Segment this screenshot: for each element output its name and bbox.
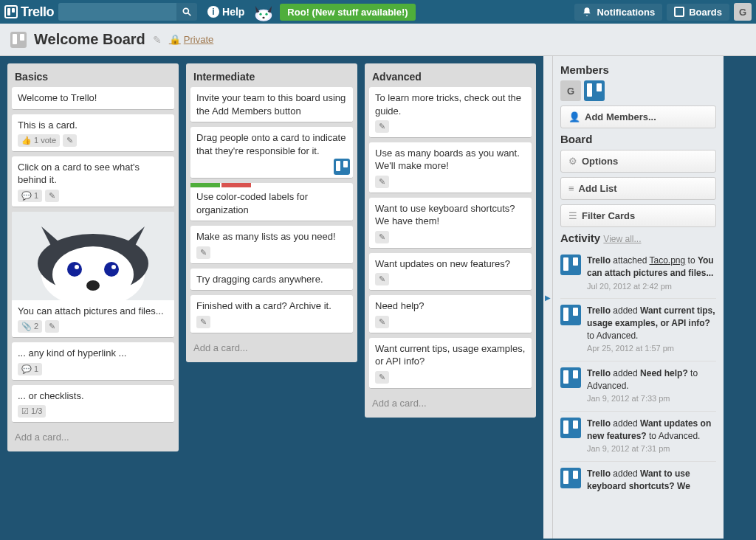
card[interactable]: Use as many boards as you want. We'll ma…: [369, 142, 532, 193]
card-badges: ✎: [375, 371, 526, 384]
card-member-icon[interactable]: [334, 159, 350, 175]
edit-icon[interactable]: ✎: [375, 316, 389, 328]
sidebar-toggle[interactable]: ▶: [543, 56, 552, 539]
card[interactable]: Need help?✎: [369, 295, 532, 333]
list-title[interactable]: Advanced: [369, 68, 532, 87]
card[interactable]: Welcome to Trello!: [12, 87, 174, 110]
comment-badge: 💬 1: [18, 363, 42, 375]
search-input[interactable]: [58, 3, 176, 21]
search-button[interactable]: [176, 3, 197, 21]
card-badges: ✎: [196, 316, 347, 328]
board-icon: [10, 32, 27, 48]
activity-item: Trello attached Taco.png to You can atta…: [560, 249, 716, 298]
edit-icon[interactable]: ✎: [375, 176, 389, 188]
roo-banner[interactable]: Roo! (New stuff available!): [280, 4, 415, 21]
card[interactable]: Click on a card to see what's behind it.…: [12, 156, 174, 207]
notifications-button[interactable]: Notifications: [574, 4, 662, 21]
list-icon: ≡: [568, 183, 574, 194]
list-title[interactable]: Basics: [12, 68, 174, 87]
card-text: Need help?: [375, 300, 526, 313]
help-label: Help: [222, 6, 244, 18]
card[interactable]: This is a card.👍 1 vote✎: [12, 114, 174, 152]
card-badges: ✎: [375, 273, 526, 285]
card-text: ... or checklists.: [18, 390, 168, 403]
card[interactable]: Want current tips, usage examples, or AP…: [369, 338, 532, 389]
card[interactable]: ... any kind of hyperlink ...💬 1: [12, 342, 174, 380]
card-text: This is a card.: [18, 119, 168, 132]
visibility-label: Private: [184, 34, 213, 45]
boards-label: Boards: [689, 7, 722, 18]
card-text: Use as many boards as you want. We'll ma…: [375, 147, 526, 173]
edit-icon[interactable]: ✎: [375, 371, 389, 384]
card[interactable]: Want to use keyboard shortcuts? We have …: [369, 198, 532, 249]
card[interactable]: Invite your team to this board using the…: [190, 87, 353, 122]
svg-point-5: [266, 13, 268, 15]
edit-icon[interactable]: ✎: [375, 273, 389, 285]
boards-button[interactable]: Boards: [667, 4, 729, 21]
card[interactable]: Finished with a card? Archive it.✎: [190, 295, 353, 333]
activity-text: Trello added Want current tips, usage ex…: [587, 305, 716, 355]
member-row: G: [560, 80, 716, 101]
card-badges: ☑ 1/3: [18, 405, 168, 418]
card-badges: 💬 1: [18, 363, 168, 375]
checklist-badge: ☑ 1/3: [18, 405, 46, 418]
activity-item: Trello added Want updates on new feature…: [560, 411, 716, 461]
add-list-button[interactable]: ≡Add List: [560, 177, 716, 200]
add-card-link[interactable]: Add a card...: [369, 393, 532, 413]
card[interactable]: Drag people onto a card to indicate that…: [190, 127, 353, 179]
view-all-link[interactable]: View all...: [603, 234, 641, 244]
edit-icon[interactable]: ✎: [375, 231, 389, 243]
card-text: Make as many lists as you need!: [196, 230, 347, 243]
mascot-icon: [252, 2, 275, 21]
card-text: Want updates on new features?: [375, 257, 526, 271]
vote-badge: 👍 1 vote: [18, 134, 60, 147]
card-text: Try dragging cards anywhere.: [196, 273, 347, 286]
card[interactable]: Try dragging cards anywhere.: [190, 269, 353, 291]
card-text: Want to use keyboard shortcuts? We have …: [375, 202, 526, 228]
svg-point-14: [111, 265, 116, 269]
edit-title-icon[interactable]: ✎: [153, 34, 162, 46]
add-card-link[interactable]: Add a card...: [12, 427, 174, 447]
logo-text: Trello: [21, 4, 54, 20]
logo[interactable]: Trello: [4, 4, 54, 20]
attachment-badge: 📎 2: [18, 320, 42, 333]
card[interactable]: ... or checklists.☑ 1/3: [12, 385, 174, 423]
user-avatar[interactable]: G: [734, 3, 752, 21]
options-button[interactable]: ⚙Options: [560, 150, 716, 173]
add-card-link[interactable]: Add a card...: [190, 338, 353, 358]
board-title: Welcome Board: [34, 31, 145, 48]
card-text: To learn more tricks, check out the guid…: [375, 91, 526, 117]
card[interactable]: You can attach pictures and files...📎 2✎: [12, 212, 174, 338]
edit-icon[interactable]: ✎: [45, 190, 59, 202]
svg-point-11: [67, 262, 82, 277]
list-title[interactable]: Intermediate: [190, 68, 353, 87]
help-link[interactable]: i Help: [207, 6, 244, 18]
card-text: Finished with a card? Archive it.: [196, 300, 347, 313]
comment-badge: 💬 1: [18, 190, 42, 202]
card[interactable]: Make as many lists as you need!✎: [190, 226, 353, 263]
activity-heading: Activity View all...: [560, 232, 716, 244]
label: [221, 183, 251, 187]
card[interactable]: Want updates on new features?✎: [369, 253, 532, 291]
member-trello[interactable]: [584, 80, 605, 101]
card-text: Click on a card to see what's behind it.: [18, 161, 168, 187]
add-members-button[interactable]: 👤Add Members...: [560, 105, 716, 128]
activity-item: Trello added Want current tips, usage ex…: [560, 298, 716, 361]
card[interactable]: Use color-coded labels for organization: [190, 183, 353, 221]
visibility-toggle[interactable]: 🔒 Private: [169, 34, 213, 45]
card-badges: 👍 1 vote✎: [18, 134, 168, 147]
filter-cards-button[interactable]: ☰Filter Cards: [560, 204, 716, 227]
edit-icon[interactable]: ✎: [45, 320, 59, 333]
edit-icon[interactable]: ✎: [375, 120, 389, 133]
board-header: Welcome Board ✎ 🔒 Private: [0, 24, 756, 56]
trello-icon: [560, 418, 581, 438]
edit-icon[interactable]: ✎: [196, 316, 210, 328]
board-section-heading: Board: [560, 133, 716, 145]
member-avatar[interactable]: G: [560, 80, 581, 101]
card-badges: ✎: [375, 316, 526, 328]
activity-text: Trello added Want updates on new feature…: [587, 418, 716, 455]
card-badges: ✎: [375, 120, 526, 133]
edit-icon[interactable]: ✎: [196, 246, 210, 259]
card[interactable]: To learn more tricks, check out the guid…: [369, 87, 532, 138]
edit-icon[interactable]: ✎: [63, 134, 77, 147]
